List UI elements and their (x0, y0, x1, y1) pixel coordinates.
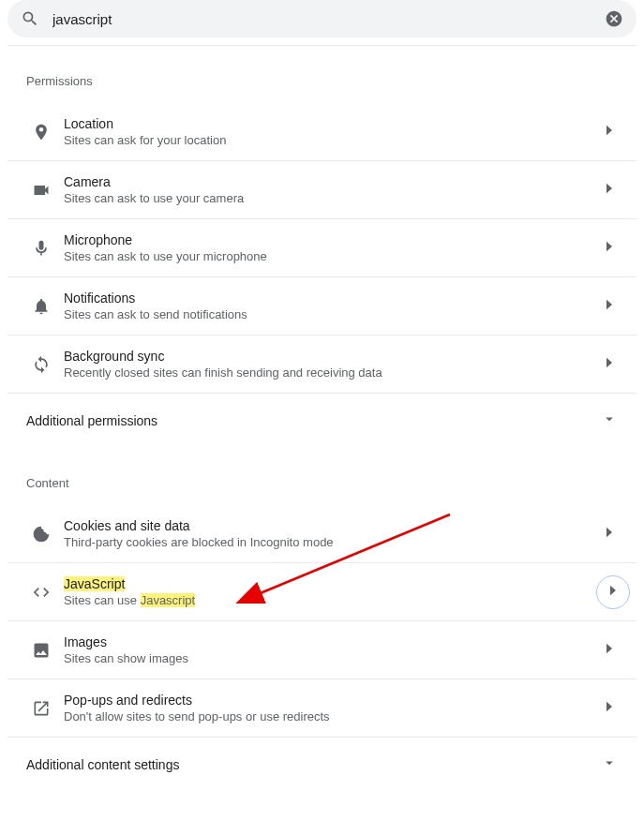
clear-search-button[interactable] (605, 9, 623, 28)
image-icon (22, 641, 60, 660)
row-title: Pop-ups and redirects (64, 693, 601, 708)
row-title: Notifications (64, 291, 601, 306)
content-section-title: Content (7, 448, 637, 505)
location-icon (22, 123, 60, 142)
row-sub: Sites can show images (64, 651, 601, 665)
chevron-right-icon (601, 122, 618, 142)
chevron-right-icon (601, 698, 618, 719)
popup-icon (22, 699, 60, 718)
expander-label: Additional permissions (26, 413, 601, 428)
row-title: JavaScript (64, 576, 618, 591)
row-title: Location (64, 116, 601, 131)
row-images[interactable]: Images Sites can show images (7, 620, 637, 678)
row-sub: Sites can use Javascript (64, 593, 618, 607)
row-notifications[interactable]: Notifications Sites can ask to send noti… (7, 276, 637, 335)
chevron-right-icon (601, 354, 618, 375)
search-icon (21, 9, 39, 28)
search-highlight: Javascript (141, 593, 196, 607)
row-background-sync[interactable]: Background sync Recently closed sites ca… (7, 335, 637, 393)
row-sub: Third-party cookies are blocked in Incog… (64, 535, 601, 549)
row-sub: Sites can ask to use your microphone (64, 249, 601, 263)
row-microphone[interactable]: Microphone Sites can ask to use your mic… (7, 218, 637, 276)
chevron-down-icon (601, 754, 618, 775)
row-title: Cookies and site data (64, 518, 601, 533)
row-popups[interactable]: Pop-ups and redirects Don't allow sites … (7, 678, 637, 737)
search-highlight: JavaScript (64, 576, 125, 591)
row-sub: Don't allow sites to send pop-ups or use… (64, 709, 601, 723)
row-sub: Recently closed sites can finish sending… (64, 365, 601, 380)
row-javascript[interactable]: JavaScript Sites can use Javascript (7, 562, 637, 620)
additional-permissions-expander[interactable]: Additional permissions (7, 393, 637, 448)
chevron-right-icon (605, 582, 622, 603)
microphone-icon (22, 239, 60, 258)
search-input[interactable] (52, 11, 605, 27)
cookie-icon (22, 525, 60, 544)
permissions-section-title: Permissions (7, 46, 637, 103)
highlighted-arrow-circle (596, 575, 630, 609)
expander-label: Additional content settings (26, 757, 601, 772)
camera-icon (22, 181, 60, 200)
row-cookies[interactable]: Cookies and site data Third-party cookie… (7, 505, 637, 562)
row-sub: Sites can ask for your location (64, 133, 601, 147)
row-camera[interactable]: Camera Sites can ask to use your camera (7, 160, 637, 218)
settings-panel: Permissions Location Sites can ask for y… (7, 45, 637, 792)
row-title: Background sync (64, 349, 601, 364)
chevron-right-icon (601, 180, 618, 201)
code-icon (22, 583, 60, 602)
additional-content-expander[interactable]: Additional content settings (7, 737, 637, 792)
row-sub: Sites can ask to send notifications (64, 307, 601, 321)
row-title: Microphone (64, 232, 601, 247)
bell-icon (22, 297, 60, 316)
search-bar (7, 0, 637, 37)
chevron-down-icon (601, 410, 618, 431)
row-title: Camera (64, 174, 601, 189)
row-title: Images (64, 634, 601, 649)
sync-icon (22, 355, 60, 374)
row-location[interactable]: Location Sites can ask for your location (7, 103, 637, 160)
chevron-right-icon (601, 238, 618, 259)
chevron-right-icon (601, 296, 618, 317)
chevron-right-icon (601, 640, 618, 661)
chevron-right-icon (601, 524, 618, 544)
row-sub: Sites can ask to use your camera (64, 191, 601, 205)
